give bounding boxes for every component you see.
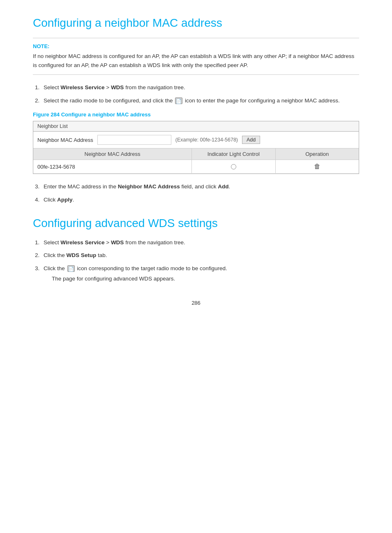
note-text: If no neighbor MAC address is configured…: [33, 52, 359, 70]
step1-bold2: WDS: [111, 84, 124, 90]
note-box: NOTE: If no neighbor MAC address is conf…: [33, 38, 359, 75]
section1-steps-continued: Enter the MAC address in the Neighbor MA…: [41, 182, 359, 204]
delete-icon[interactable]: 🗑: [314, 163, 321, 170]
s2-step1-bold1: Wireless Service: [60, 239, 104, 246]
step-3: Enter the MAC address in the Neighbor MA…: [41, 182, 359, 191]
radio-circle[interactable]: [231, 164, 236, 169]
neighbor-mac-label: Neighbor MAC Address: [37, 137, 93, 143]
step1-bold1: Wireless Service: [60, 84, 104, 90]
cell-operation[interactable]: 🗑: [276, 160, 359, 173]
step4-bold: Apply: [57, 197, 73, 203]
neighbor-mac-input[interactable]: [97, 135, 171, 145]
section2-step-2: Click the WDS Setup tab.: [41, 251, 359, 260]
step-4: Click Apply.: [41, 195, 359, 204]
section2-step-1: Select Wireless Service > WDS from the n…: [41, 238, 359, 247]
cell-indicator[interactable]: [192, 160, 276, 173]
s2-step1-bold2: WDS: [111, 239, 124, 246]
configure-icon-2: 📄: [67, 265, 75, 272]
section2-step-3: Click the 📄 icon corresponding to the ta…: [41, 264, 359, 283]
s2-step2-bold: WDS Setup: [67, 252, 97, 258]
header-mac: Neighbor MAC Address: [33, 148, 192, 160]
section1-steps: Select Wireless Service > WDS from the n…: [41, 83, 359, 105]
subtext: The page for configuring advanced WDS ap…: [44, 274, 359, 283]
cell-mac: 00fe-1234-5678: [33, 160, 192, 173]
step-1: Select Wireless Service > WDS from the n…: [41, 83, 359, 92]
neighbor-list-box: Neighbor List Neighbor MAC Address (Exam…: [33, 121, 359, 174]
add-button[interactable]: Add: [242, 136, 260, 144]
section1-title: Configuring a neighbor MAC address: [33, 16, 359, 30]
header-indicator: Indicator Light Control: [192, 148, 276, 160]
note-label: NOTE:: [33, 43, 359, 49]
example-text: (Example: 00fe-1234-5678): [175, 137, 238, 143]
page-number: 286: [33, 300, 359, 306]
figure-caption: Figure 284 Configure a neighbor MAC addr…: [33, 111, 359, 118]
neighbor-add-row: Neighbor MAC Address (Example: 00fe-1234…: [33, 132, 359, 148]
table-header-row: Neighbor MAC Address Indicator Light Con…: [33, 148, 359, 160]
neighbor-list-header: Neighbor List: [33, 121, 359, 132]
step3-bold1: Neighbor MAC Address: [118, 183, 180, 190]
section2-steps: Select Wireless Service > WDS from the n…: [41, 238, 359, 283]
section2-title: Configuring advanced WDS settings: [33, 217, 359, 230]
table-row: 00fe-1234-5678 🗑: [33, 160, 359, 174]
configure-icon: 📄: [175, 97, 182, 104]
step-2: Select the radio mode to be configured, …: [41, 96, 359, 105]
header-operation: Operation: [276, 148, 359, 160]
step3-bold2: Add: [218, 183, 228, 190]
